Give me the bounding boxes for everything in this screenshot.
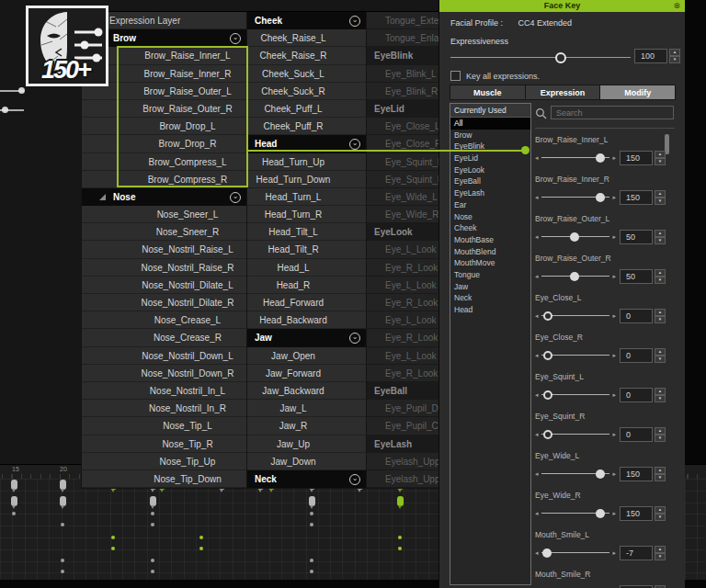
slider-value[interactable]: 0 (620, 309, 653, 323)
menu-section-header[interactable]: EyeBlink (367, 47, 440, 64)
menu-item[interactable]: Nose_Tip_R (82, 435, 247, 453)
menu-item[interactable]: Nose_Nostril_Down_L (82, 347, 247, 365)
slider-right-arrow-icon[interactable]: ▸ (612, 269, 616, 283)
menu-item[interactable]: Eye_Squint_L (367, 153, 440, 171)
keyframe-dot[interactable] (310, 570, 313, 573)
menu-item[interactable]: Eye_L_Look (367, 277, 440, 294)
slider-track[interactable]: ◂▸ (535, 506, 616, 520)
tab-modify[interactable]: Modify (600, 85, 676, 100)
category-item[interactable]: Cheek (450, 222, 530, 234)
close-icon[interactable]: ⊗ (673, 0, 680, 12)
menu-section-header[interactable]: EyeLid (367, 100, 440, 118)
slider-left-arrow-icon[interactable]: ◂ (535, 348, 539, 362)
chevron-down-circle-icon[interactable]: ⌄ (349, 139, 360, 150)
menu-item[interactable]: Eye_L_Look (367, 311, 440, 329)
spinner-down-icon[interactable]: ▼ (655, 474, 666, 481)
slider-left-arrow-icon[interactable]: ◂ (535, 269, 539, 283)
menu-item[interactable]: Head_Turn_L (247, 188, 367, 206)
slider-right-arrow-icon[interactable]: ▸ (612, 427, 616, 441)
menu-item[interactable]: Tongue_Exte (367, 12, 440, 29)
menu-item[interactable]: Eye_Blink_L (367, 65, 440, 83)
category-item[interactable]: Jaw (450, 281, 530, 293)
slider-spinner[interactable]: ▲▼ (655, 230, 666, 244)
slider-spinner[interactable]: ▲▼ (655, 467, 666, 481)
menu-item[interactable]: Eye_Pupil_D (367, 400, 440, 417)
slider-track[interactable]: ◂▸ (535, 348, 616, 362)
slider-right-arrow-icon[interactable]: ▸ (612, 546, 616, 560)
menu-item[interactable]: Jaw_Down (247, 453, 367, 470)
menu-item[interactable]: Cheek_Raise_R (247, 47, 367, 64)
menu-item[interactable]: Eye_Close_L (367, 118, 440, 135)
menu-item[interactable]: Cheek_Raise_L (247, 29, 367, 47)
keyframe-pill[interactable] (11, 480, 17, 490)
menu-section-header[interactable]: Neck⌄ (247, 470, 367, 488)
slider-value[interactable]: 150 (620, 190, 653, 205)
menu-item[interactable]: Head_Backward (247, 311, 367, 329)
menu-item[interactable]: Head_Turn_Up (247, 153, 367, 171)
chevron-down-circle-icon[interactable]: ⌄ (230, 192, 241, 203)
slider-handle[interactable] (543, 351, 552, 360)
menu-item[interactable]: Jaw_L (247, 400, 367, 417)
slider-left-arrow-icon[interactable]: ◂ (535, 467, 539, 481)
slider-left-arrow-icon[interactable]: ◂ (535, 506, 539, 520)
slider-left-arrow-icon[interactable]: ◂ (535, 190, 539, 204)
category-item[interactable]: MouthBase (450, 234, 530, 246)
slider-handle[interactable] (543, 430, 552, 439)
expressiveness-value[interactable]: 100 (634, 49, 667, 63)
keyframe-dot[interactable] (151, 570, 154, 573)
expressiveness-slider[interactable] (450, 51, 631, 63)
slider-spinner[interactable]: ▲▼ (655, 151, 666, 165)
menu-item[interactable]: Nose_Tip_Down (82, 470, 247, 488)
menu-item[interactable]: Head_Tilt_R (247, 241, 367, 258)
spinner-up-icon[interactable]: ▲ (655, 427, 666, 435)
category-item[interactable]: All (450, 118, 530, 130)
menu-item[interactable]: Nose_Nostril_Raise_L (82, 241, 247, 258)
chevron-down-circle-icon[interactable]: ⌄ (230, 33, 241, 44)
keyframe-dot[interactable] (310, 512, 313, 515)
keyframe-pill[interactable] (60, 496, 66, 506)
slider-spinner[interactable]: ▲▼ (655, 546, 666, 560)
menu-item[interactable]: Nose_Tip_Up (82, 453, 247, 470)
slider-track[interactable]: ◂▸ (535, 151, 616, 164)
menu-item[interactable]: Nose_Nostril_Down_R (82, 365, 247, 382)
category-item[interactable]: MouthBlend (450, 246, 530, 258)
search-input[interactable] (551, 106, 674, 119)
menu-item[interactable]: Nose_Crease_L (82, 311, 247, 329)
menu-item[interactable]: Nose_Nostril_In_L (82, 382, 247, 400)
slider-track[interactable]: ◂▸ (535, 427, 616, 441)
slider-right-arrow-icon[interactable]: ▸ (612, 388, 616, 401)
menu-item[interactable]: Head_R (247, 277, 367, 294)
slider-left-arrow-icon[interactable]: ◂ (535, 546, 539, 560)
slider-track[interactable]: ◂▸ (535, 230, 616, 243)
keyframe-dot[interactable] (310, 523, 313, 526)
menu-item[interactable]: Eye_Wide_L (367, 188, 440, 206)
spinner-up-icon[interactable]: ▲ (655, 309, 666, 316)
menu-section-header[interactable]: EyeLook (367, 223, 440, 241)
category-item[interactable]: EyeLid (450, 153, 530, 164)
menu-item[interactable]: Eye_R_Look (367, 365, 440, 382)
slider-handle[interactable] (570, 272, 579, 281)
spinner-down-icon[interactable]: ▼ (655, 237, 666, 244)
slider-value[interactable]: 150 (620, 467, 653, 481)
slider-track[interactable]: ◂▸ (535, 269, 616, 283)
spinner-down-icon[interactable]: ▼ (655, 356, 666, 363)
menu-item[interactable]: Head_Turn_R (247, 206, 367, 223)
slider-handle[interactable] (596, 193, 605, 202)
slider-value[interactable]: 0 (620, 348, 653, 363)
spinner-up-icon[interactable]: ▲ (655, 506, 666, 514)
slider-handle[interactable] (543, 390, 552, 400)
menu-item[interactable]: Nose_Nostril_Dilate_L (82, 277, 247, 294)
spinner-down-icon[interactable]: ▼ (669, 56, 680, 63)
menu-item[interactable]: Eye_Pupil_C (367, 417, 440, 435)
tab-expression[interactable]: Expression (526, 85, 601, 100)
spinner-down-icon[interactable]: ▼ (655, 435, 666, 442)
menu-section-header[interactable]: EyeBall (367, 382, 440, 400)
slider-right-arrow-icon[interactable]: ▸ (612, 506, 616, 520)
spinner-down-icon[interactable]: ▼ (655, 158, 666, 165)
menu-item[interactable]: Head_Tilt_L (247, 223, 367, 241)
menu-item[interactable]: Eyelash_Upp (367, 470, 440, 488)
spinner-up-icon[interactable]: ▲ (655, 230, 666, 237)
spinner-down-icon[interactable]: ▼ (655, 277, 666, 284)
slider-right-arrow-icon[interactable]: ▸ (612, 230, 616, 243)
expressiveness-slider-handle[interactable] (555, 52, 566, 63)
